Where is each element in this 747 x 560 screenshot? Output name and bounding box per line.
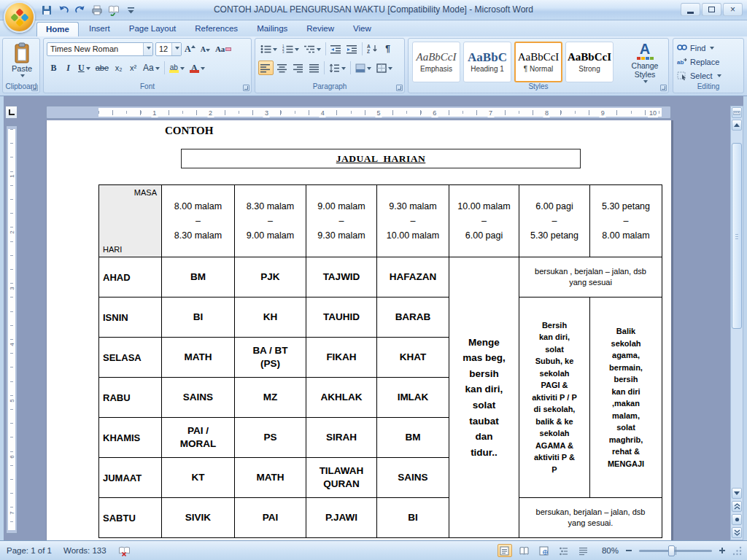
replace-button[interactable]: ab Replace	[673, 55, 743, 69]
subscript-button[interactable]: x₂	[112, 61, 125, 75]
subject-cell[interactable]: PS	[235, 418, 306, 458]
redo-button[interactable]	[73, 3, 88, 18]
daytime-routine-cell[interactable]: Bersih kan diri, solat Subuh, ke sekolah…	[519, 298, 590, 498]
bullets-button[interactable]	[258, 42, 279, 56]
decrease-indent-button[interactable]	[328, 42, 344, 56]
subject-cell[interactable]: KH	[235, 298, 306, 338]
subject-cell[interactable]: PAI / MORAL	[162, 418, 235, 458]
day-cell[interactable]: SELASA	[99, 338, 162, 378]
subject-cell[interactable]: IMLAK	[377, 378, 449, 418]
subject-cell[interactable]: PJK	[235, 257, 306, 298]
sort-button[interactable]: AZ	[365, 42, 380, 56]
line-spacing-button[interactable]	[327, 61, 348, 75]
tab-stop-selector[interactable]	[5, 106, 18, 119]
italic-button[interactable]: I	[61, 61, 75, 75]
spelling-grammar-button[interactable]	[107, 3, 121, 18]
scroll-up-button[interactable]	[732, 120, 742, 131]
styles-dialog-launcher[interactable]	[660, 85, 667, 91]
zoom-in-button[interactable]	[717, 545, 727, 556]
bold-button[interactable]: B	[47, 61, 61, 75]
subject-cell[interactable]: BM	[162, 257, 235, 298]
subject-cell[interactable]: SAINS	[162, 378, 235, 418]
find-button[interactable]: Find	[673, 41, 743, 55]
proofing-status-icon[interactable]	[118, 545, 131, 556]
subject-cell[interactable]: BI	[162, 298, 235, 338]
increase-indent-button[interactable]	[344, 42, 360, 56]
subject-cell[interactable]: TAUHID	[306, 298, 377, 338]
day-cell[interactable]: JUMAAT	[99, 458, 162, 498]
superscript-button[interactable]: x²	[126, 61, 140, 75]
subject-cell[interactable]: TAJWID	[306, 257, 377, 298]
tab-page-layout[interactable]: Page Layout	[120, 22, 185, 36]
multilevel-list-button[interactable]	[302, 42, 323, 56]
style-emphasis[interactable]: AaBbCcI Emphasis	[412, 42, 460, 82]
subject-cell[interactable]: BA / BT (PS)	[235, 338, 306, 378]
horizontal-ruler[interactable]: 1 2 3 4 5 6 7 8 9 10	[46, 106, 671, 119]
subject-cell[interactable]: KT	[162, 458, 235, 498]
corner-header-cell[interactable]: MASA HARI	[99, 185, 162, 257]
subject-cell[interactable]: FIKAH	[306, 338, 377, 378]
scroll-down-button[interactable]	[732, 488, 742, 499]
time-header-cell[interactable]: 6.00 pagi – 5.30 petang	[519, 185, 590, 257]
change-styles-button[interactable]: A Change Styles	[624, 42, 665, 87]
vertical-scrollbar[interactable]	[730, 106, 743, 540]
previous-page-button[interactable]	[732, 501, 742, 512]
select-button[interactable]: Select	[673, 69, 743, 82]
clipboard-dialog-launcher[interactable]	[31, 85, 38, 91]
time-header-cell[interactable]: 8.00 malam – 8.30 malam	[162, 185, 235, 257]
document-page[interactable]: CONTOH JADUAL HARIAN MASA HARI 8.00 mala…	[46, 120, 671, 540]
subject-cell[interactable]: AKHLAK	[306, 378, 377, 418]
tab-review[interactable]: Review	[298, 22, 343, 36]
align-right-button[interactable]	[290, 61, 306, 75]
document-heading[interactable]: CONTOH	[165, 125, 213, 137]
scrollbar-thumb[interactable]	[732, 143, 742, 329]
align-left-button[interactable]	[258, 61, 274, 75]
tab-home[interactable]: Home	[36, 22, 79, 36]
outline-view-button[interactable]	[557, 544, 571, 557]
subject-cell[interactable]: SAINS	[377, 458, 449, 498]
style-strong[interactable]: AaBbCcI Strong	[565, 42, 614, 82]
subject-cell[interactable]: SIVIK	[162, 498, 235, 538]
subject-cell[interactable]: MATH	[162, 338, 235, 378]
night-routine-cell[interactable]: Menge mas beg, bersih kan diri, solat ta…	[449, 257, 519, 538]
subject-cell[interactable]: MZ	[235, 378, 306, 418]
ahad-weekend-cell[interactable]: bersukan , berjalan – jalan, dsb yang se…	[519, 257, 662, 298]
subject-cell[interactable]: MATH	[235, 458, 306, 498]
print-layout-view-button[interactable]	[498, 544, 512, 557]
document-boxed-title[interactable]: JADUAL HARIAN	[181, 149, 581, 168]
grow-font-button[interactable]: A	[182, 42, 198, 56]
subject-cell[interactable]: KHAT	[377, 338, 449, 378]
subject-cell[interactable]: PAI	[235, 498, 306, 538]
style-heading-1[interactable]: AaBbC Heading 1	[463, 42, 511, 82]
ruler-toggle-button[interactable]	[732, 107, 742, 118]
minimize-button[interactable]	[681, 3, 700, 16]
word-count[interactable]: Words: 133	[63, 546, 107, 555]
justify-button[interactable]	[306, 61, 322, 75]
font-family-dropdown[interactable]	[143, 43, 152, 55]
font-size-select[interactable]: 12	[155, 42, 182, 56]
close-button[interactable]: ×	[723, 3, 743, 16]
shrink-font-button[interactable]: A	[198, 42, 212, 56]
subject-cell[interactable]: TILAWAH QURAN	[306, 458, 377, 498]
day-cell[interactable]: ISNIN	[99, 298, 162, 338]
borders-button[interactable]	[374, 61, 395, 75]
tab-mailings[interactable]: Mailings	[248, 22, 296, 36]
show-paragraph-marks-button[interactable]: ¶	[381, 42, 395, 56]
align-center-button[interactable]	[274, 61, 290, 75]
time-header-cell[interactable]: 9.00 malam – 9.30 malam	[306, 185, 377, 257]
font-dialog-launcher[interactable]	[243, 85, 249, 91]
zoom-level-button[interactable]: 80%	[602, 546, 619, 555]
style-normal[interactable]: AaBbCcI ¶ Normal	[514, 42, 562, 82]
paragraph-dialog-launcher[interactable]	[396, 85, 403, 91]
zoom-slider-thumb[interactable]	[668, 545, 675, 556]
subject-cell[interactable]: SIRAH	[306, 418, 377, 458]
subject-cell[interactable]: BM	[377, 418, 449, 458]
shading-button[interactable]	[353, 61, 374, 75]
time-header-cell[interactable]: 9.30 malam – 10.00 malam	[377, 185, 449, 257]
zoom-out-button[interactable]	[624, 545, 634, 556]
time-header-cell[interactable]: 10.00 malam – 6.00 pagi	[449, 185, 519, 257]
qat-customize-button[interactable]	[123, 3, 138, 18]
time-header-cell[interactable]: 5.30 petang – 8.00 malam	[590, 185, 662, 257]
draft-view-button[interactable]	[576, 544, 591, 557]
paste-button[interactable]: Paste	[7, 42, 36, 82]
